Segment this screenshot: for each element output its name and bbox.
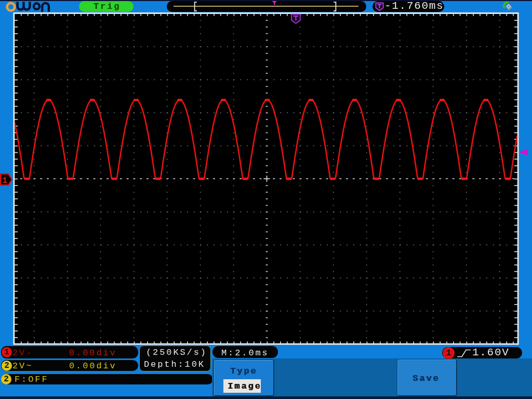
svg-text:1: 1 (2, 176, 7, 185)
